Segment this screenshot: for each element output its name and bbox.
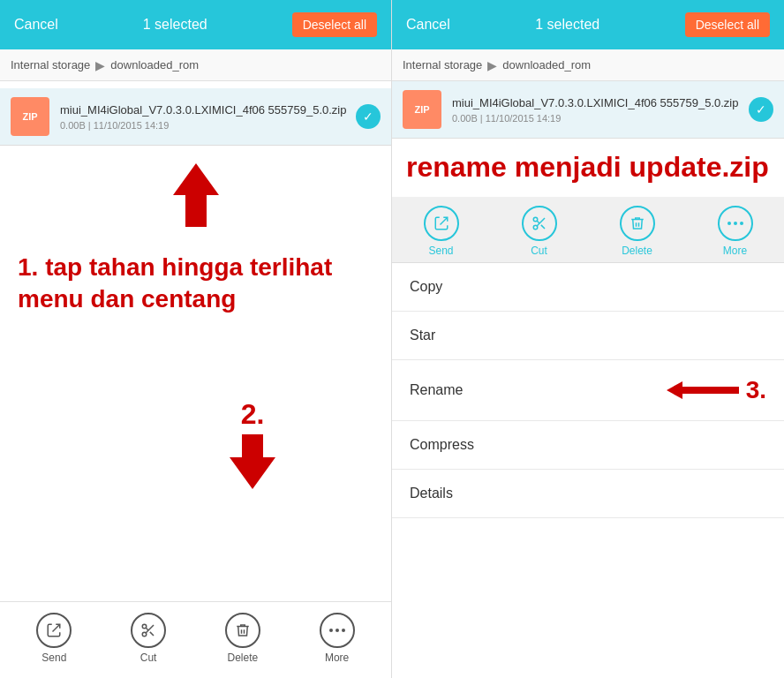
right-delete-icon [620,206,655,241]
right-toolbar: Send Cut [392,197,784,263]
left-selected-title: 1 selected [143,17,207,33]
right-menu-rename[interactable]: Rename 3. [392,360,784,421]
right-file-item[interactable]: ZIP miui_MI4iGlobal_V7.0.3.0.LXIMICI_4f0… [392,81,784,139]
right-delete-label: Delete [622,245,652,257]
svg-line-12 [540,224,544,228]
right-check-icon: ✓ [749,97,773,122]
svg-line-13 [537,221,539,223]
svg-point-15 [734,222,737,225]
svg-point-14 [727,222,731,225]
left-send-label: Send [41,652,66,664]
right-more-button[interactable]: More [718,206,753,257]
right-deselect-button[interactable]: Deselect all [685,12,770,37]
right-more-label: More [723,245,747,257]
left-zip-icon: ZIP [11,97,49,136]
right-send-button[interactable]: Send [424,206,459,257]
left-panel: Cancel 1 selected Deselect all Internal … [0,0,392,678]
left-more-label: More [325,652,349,664]
right-file-info: miui_MI4iGlobal_V7.0.3.0.LXIMICI_4f06 55… [452,95,749,124]
svg-point-1 [142,624,147,629]
left-breadcrumb-arrow: ▶ [95,58,105,72]
left-delete-icon [225,613,260,648]
svg-marker-17 [667,381,739,399]
right-breadcrumb-arrow: ▶ [487,58,497,72]
svg-marker-0 [173,163,219,227]
left-cancel-button[interactable]: Cancel [14,17,58,33]
right-menu-star[interactable]: Star [392,312,784,360]
svg-point-2 [142,632,147,637]
right-breadcrumb-root[interactable]: Internal storage [403,58,482,72]
left-breadcrumb: Internal storage ▶ downloaded_rom [0,49,391,81]
left-file-meta: 0.00B | 11/10/2015 14:19 [60,120,356,131]
left-file-name: miui_MI4iGlobal_V7.0.3.0.LXIMICI_4f06 55… [60,102,356,118]
right-breadcrumb: Internal storage ▶ downloaded_rom [392,49,784,81]
left-annotation-text: 1. tap tahan hingga terlihat menu dan ce… [0,237,391,330]
svg-point-6 [329,629,333,632]
right-menu-list: Copy Star Rename 3. Compress Details [392,263,784,678]
left-cut-icon [131,613,166,648]
right-breadcrumb-folder[interactable]: downloaded_rom [502,58,591,72]
left-send-button[interactable]: Send [36,613,72,664]
right-rename-hint: rename menjadi update.zip [392,139,784,197]
right-topbar: Cancel 1 selected Deselect all [392,0,784,49]
up-arrow-icon [170,160,222,230]
left-breadcrumb-root[interactable]: Internal storage [11,58,90,72]
right-delete-button[interactable]: Delete [620,206,655,257]
right-menu-details[interactable]: Details [392,470,784,518]
left-cut-label: Cut [140,652,157,664]
left-bottom-bar: Send Cut [0,601,391,678]
right-menu-compress[interactable]: Compress [392,421,784,470]
left-send-icon [36,613,72,648]
right-rename-text: Rename [410,382,663,398]
svg-line-4 [150,632,154,636]
left-file-list: ZIP miui_MI4iGlobal_V7.0.3.0.LXIMICI_4f0… [0,81,391,601]
right-rename-arrow-annotation: 3. [663,376,766,404]
right-annotation3: 3. [746,376,766,404]
left-delete-label: Delete [228,652,259,664]
right-arrow-icon [663,378,743,403]
left-file-item[interactable]: ZIP miui_MI4iGlobal_V7.0.3.0.LXIMICI_4f0… [0,88,391,146]
left-delete-button[interactable]: Delete [225,613,260,664]
svg-point-9 [533,217,538,222]
right-cut-label: Cut [531,245,547,257]
left-topbar: Cancel 1 selected Deselect all [0,0,391,49]
right-send-icon [424,206,459,241]
right-cancel-button[interactable]: Cancel [406,17,450,33]
right-file-name: miui_MI4iGlobal_V7.0.3.0.LXIMICI_4f06 55… [452,95,749,111]
left-arrow-up-container [0,146,391,237]
svg-line-5 [146,628,148,630]
svg-point-16 [740,222,743,225]
left-check-icon: ✓ [356,104,381,129]
svg-point-7 [335,629,339,632]
left-file-info: miui_MI4iGlobal_V7.0.3.0.LXIMICI_4f06 55… [60,102,356,131]
right-file-meta: 0.00B | 11/10/2015 14:19 [452,113,749,124]
left-more-icon [320,613,355,648]
right-cut-button[interactable]: Cut [522,206,557,257]
left-cut-button[interactable]: Cut [131,613,166,664]
right-selected-title: 1 selected [535,17,599,33]
right-more-icon [718,206,753,241]
right-send-label: Send [428,245,453,257]
right-panel: Cancel 1 selected Deselect all Internal … [392,0,784,678]
right-cut-icon [522,206,557,241]
left-more-button[interactable]: More [320,613,355,664]
svg-point-8 [342,629,345,632]
right-menu-copy[interactable]: Copy [392,263,784,312]
svg-point-10 [533,225,538,230]
left-deselect-button[interactable]: Deselect all [292,12,377,37]
right-zip-icon: ZIP [403,90,441,129]
left-breadcrumb-folder[interactable]: downloaded_rom [110,58,199,72]
